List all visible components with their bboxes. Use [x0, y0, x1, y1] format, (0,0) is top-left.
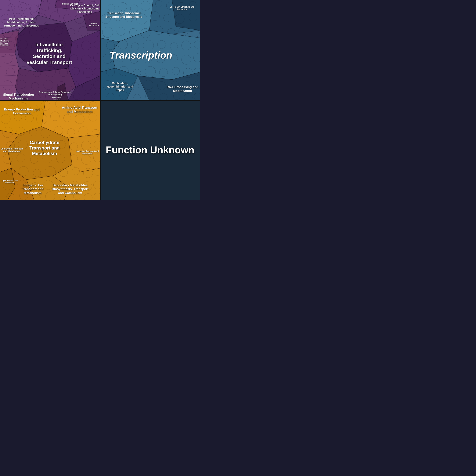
cell-cycle-label: Cell Cycle Control, Cell Division, Chrom…	[70, 4, 100, 13]
top-left-quadrant: Nuclear Structure Cell Cycle Control, Ce…	[0, 0, 100, 100]
translation-label: Tranlsation, Ribosomal Structure and Bio…	[102, 11, 146, 18]
carbohydrate-label: Carbohydrate Transport and Metabolism	[21, 140, 68, 156]
inorganic-ion-label: Secondary Metabolites Biosynthesis, Tran…	[51, 183, 89, 195]
svg-marker-97	[172, 0, 200, 30]
coenzyme-label: Coenzyme Transport and Metabolism	[0, 147, 23, 153]
rna-processing-label: RNA Processing and Modification	[165, 85, 200, 93]
bottom-right-quadrant: Function Unknown	[100, 100, 200, 200]
vertical-divider	[100, 0, 101, 200]
bottom-left-quadrant: Energy Production and Conversion Amino A…	[0, 100, 100, 200]
nucleotide-label: Nucleotide Transport and Metabolism	[75, 150, 99, 155]
post-translational-label: Post-Translational Modification, Protein…	[1, 17, 42, 27]
top-right-quadrant: Tranlsation, Ribosomal Structure and Bio…	[100, 0, 200, 100]
function-unknown-label: Function Unknown	[102, 141, 198, 160]
signal-transduction-label: Signal Transduction Mechanisms	[1, 93, 36, 100]
extracellular-label: Extracellular Structures	[49, 96, 64, 100]
chromatin-label: Chromatin Structure and Dynamics	[165, 6, 199, 11]
main-container: Nuclear Structure Cell Cycle Control, Ce…	[0, 0, 200, 200]
transcription-label: Transcription	[110, 49, 166, 61]
secondary-metabolites-label: Lipid Transport and Metabolism	[0, 180, 19, 184]
cytoskeleton-label: Cytoskeleton Cellular Processes and Sign…	[37, 91, 73, 96]
svg-point-160	[134, 94, 140, 100]
lipid-label: Inorganic Ion Transport and Metabolism	[17, 183, 48, 195]
defense-mechanisms-label: Defense Mechanisms	[87, 22, 100, 27]
cell-wall-label: Cell Wall/ Membrane/ Envelope Biogenesis	[0, 38, 17, 46]
svg-point-53	[79, 27, 88, 36]
amino-acid-label: Amino Acid Transport and Metabolism	[61, 106, 99, 114]
replication-label: Replication, Recombination and Repair	[102, 82, 138, 92]
intracellular-label: Intracellular Trafficking, Secretion and…	[25, 42, 74, 65]
svg-point-52	[67, 28, 75, 36]
energy-production-label: Energy Production and Conversion	[1, 108, 43, 115]
